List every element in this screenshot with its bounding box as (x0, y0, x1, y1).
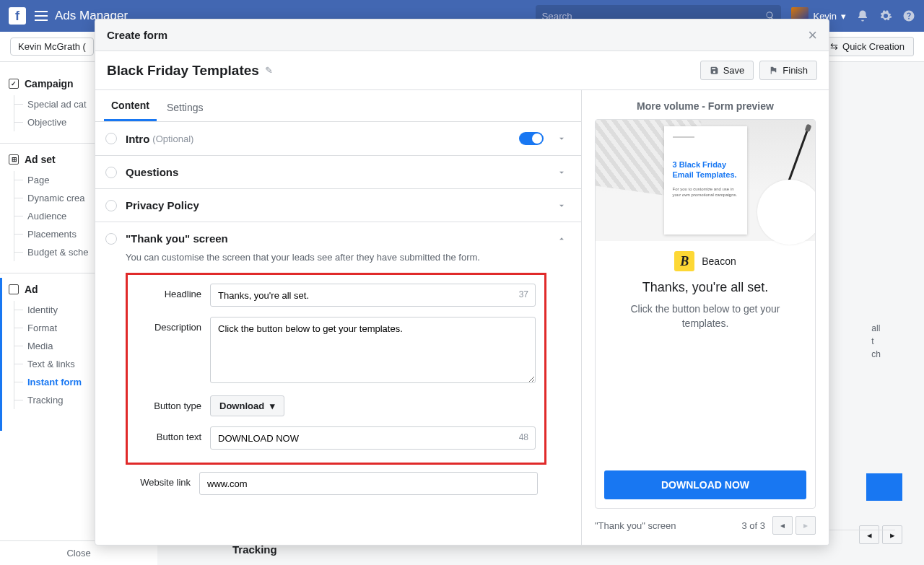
preview-title: More volume - Form preview (582, 90, 829, 119)
close-icon[interactable]: × (808, 26, 817, 45)
finish-button[interactable]: Finish (759, 61, 817, 80)
editor-panel: Content Settings Intro (Optional) (95, 90, 582, 545)
description-input[interactable]: Click the button below to get your templ… (210, 317, 536, 383)
preview-screen-label: "Thank you" screen (595, 520, 676, 531)
modal-backdrop: Create form × Black Friday Templates ✎ S… (0, 0, 924, 565)
radio-icon (105, 133, 117, 144)
thankyou-desc: You can customise the screen that your l… (126, 252, 567, 263)
preview-desc: Click the button below to get your templ… (596, 302, 815, 330)
headline-input[interactable] (210, 284, 536, 307)
radio-icon (105, 167, 117, 178)
section-thankyou: "Thank you" screen You can customise the… (95, 222, 581, 508)
section-privacy[interactable]: Privacy Policy (95, 189, 581, 222)
website-label: Website link (126, 472, 191, 488)
modal-header: Create form × (95, 19, 829, 51)
save-button[interactable]: Save (700, 61, 754, 80)
preview-download-button[interactable]: DOWNLOAD NOW (604, 470, 806, 499)
preview-prev[interactable]: ◂ (772, 516, 793, 535)
button-type-label: Button type (136, 400, 201, 411)
preview-image: 3 Black Friday Email Templates. For you … (596, 120, 815, 241)
button-text-input[interactable] (210, 426, 536, 450)
modal-title: Create form (107, 29, 167, 41)
tab-content[interactable]: Content (104, 92, 157, 121)
chevron-down-icon[interactable] (557, 167, 567, 178)
intro-toggle[interactable] (519, 132, 544, 145)
preview-pager-label: 3 of 3 (741, 520, 765, 531)
preview-panel: More volume - Form preview 3 Black Frida… (582, 90, 829, 545)
form-name: Black Friday Templates (107, 63, 259, 79)
website-input[interactable] (199, 472, 538, 495)
edit-icon[interactable]: ✎ (265, 65, 273, 76)
preview-doc-title: 3 Black Friday Email Templates. (673, 159, 738, 180)
chevron-down-icon[interactable] (557, 201, 567, 211)
radio-icon (105, 233, 117, 245)
description-label: Description (136, 317, 201, 333)
chevron-down-icon[interactable] (557, 133, 567, 144)
preview-card: 3 Black Friday Email Templates. For you … (595, 119, 816, 509)
preview-headline: Thanks, you're all set. (596, 277, 815, 302)
section-questions[interactable]: Questions (95, 156, 581, 189)
caret-down-icon: ▾ (270, 400, 275, 411)
tab-settings[interactable]: Settings (160, 95, 211, 121)
button-text-label: Button text (136, 426, 201, 442)
flag-icon (769, 66, 778, 75)
headline-label: Headline (136, 284, 201, 299)
highlighted-fields: Headline 37 Description Click the button… (126, 273, 546, 465)
create-form-modal: Create form × Black Friday Templates ✎ S… (95, 19, 829, 546)
section-intro[interactable]: Intro (Optional) (95, 122, 581, 156)
headline-count: 37 (519, 289, 528, 299)
brand-logo: B (674, 251, 694, 271)
form-tabs: Content Settings (95, 90, 581, 122)
preview-doc-sub: For you to customize and use in your own… (673, 186, 738, 198)
form-title-row: Black Friday Templates ✎ Save Finish (95, 51, 829, 90)
radio-icon (105, 200, 117, 211)
save-icon (710, 66, 719, 75)
button-text-count: 48 (519, 432, 528, 442)
button-type-select[interactable]: Download ▾ (210, 395, 284, 416)
brand-name: Beacon (702, 255, 736, 267)
preview-next: ▸ (796, 516, 816, 535)
chevron-up-icon[interactable] (557, 234, 567, 244)
